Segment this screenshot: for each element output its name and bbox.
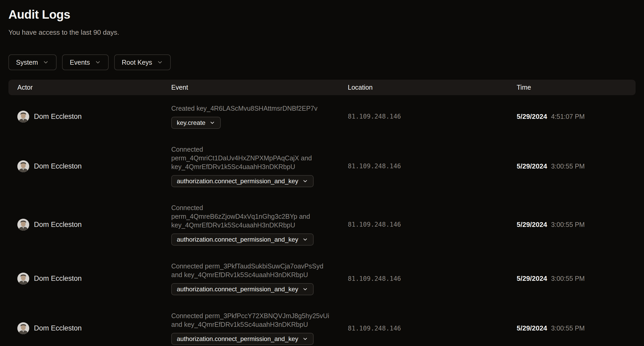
- event-type-badge[interactable]: authorization.connect_permission_and_key: [171, 233, 314, 246]
- time-date: 5/29/2024: [517, 162, 547, 170]
- events-filter-button[interactable]: Events: [62, 54, 108, 70]
- chevron-down-icon: [302, 178, 308, 184]
- time-cell: 5/29/2024 3:00:55 PM: [517, 274, 636, 283]
- time-date: 5/29/2024: [517, 274, 547, 283]
- table-body: Dom Eccleston Created key_4R6LAScMvu8SHA…: [8, 95, 636, 346]
- event-type-label: key.create: [177, 119, 205, 126]
- event-type-label: authorization.connect_permission_and_key: [177, 236, 298, 243]
- event-cell: Created key_4R6LAScMvu8SHAttmsrDNBf2EP7v…: [171, 104, 348, 129]
- chevron-down-icon: [43, 59, 49, 65]
- time-cell: 5/29/2024 3:00:55 PM: [517, 324, 636, 332]
- system-filter-button[interactable]: System: [8, 54, 57, 70]
- event-type-badge[interactable]: authorization.connect_permission_and_key: [171, 333, 314, 345]
- actor-name: Dom Eccleston: [34, 162, 82, 170]
- time-clock: 3:00:55 PM: [551, 162, 585, 170]
- event-type-badge[interactable]: authorization.connect_permission_and_key: [171, 175, 314, 187]
- time-cell: 5/29/2024 3:00:55 PM: [517, 221, 636, 229]
- time-date: 5/29/2024: [517, 113, 547, 121]
- time-clock: 3:00:55 PM: [551, 275, 585, 282]
- time-clock: 4:51:07 PM: [551, 113, 585, 120]
- event-cell: Connected perm_3PkfPccY72XBNQVJmJ8g5hy25…: [171, 312, 348, 345]
- time-clock: 3:00:55 PM: [551, 324, 585, 332]
- root-keys-filter-button[interactable]: Root Keys: [114, 54, 171, 70]
- avatar: [17, 160, 29, 172]
- event-type-label: authorization.connect_permission_and_key: [177, 177, 298, 185]
- table-row: Dom Eccleston Connectedperm_4QmreB6zZjow…: [8, 195, 636, 254]
- event-cell: Connectedperm_4QmriCt1DaUv4HxZNPXMpPAqCa…: [171, 145, 348, 187]
- event-type-label: authorization.connect_permission_and_key: [177, 335, 298, 343]
- page-title: Audit Logs: [8, 7, 636, 22]
- table-row: Dom Eccleston Connected perm_3PkfTaudSuk…: [8, 254, 636, 303]
- location-value: 81.109.248.146: [348, 221, 517, 228]
- chevron-down-icon: [209, 120, 215, 126]
- audit-logs-page: Audit Logs You have access to the last 9…: [0, 0, 644, 346]
- location-value: 81.109.248.146: [348, 162, 517, 170]
- chevron-down-icon: [95, 59, 101, 65]
- event-description: Created key_4R6LAScMvu8SHAttmsrDNBf2EP7v: [171, 104, 318, 113]
- event-type-badge[interactable]: key.create: [171, 117, 221, 129]
- avatar: [17, 111, 29, 123]
- event-description: Connectedperm_4QmriCt1DaUv4HxZNPXMpPAqCa…: [171, 145, 312, 171]
- event-description: Connected perm_3PkfPccY72XBNQVJmJ8g5hy25…: [171, 312, 329, 329]
- event-cell: Connectedperm_4QmreB6zZjowD4xVq1nGhg3c2B…: [171, 203, 348, 246]
- event-cell: Connected perm_3PkfTaudSukbiSuwCja7oavPs…: [171, 262, 348, 295]
- column-header-actor: Actor: [17, 84, 171, 91]
- system-filter-label: System: [16, 59, 38, 66]
- actor-cell: Dom Eccleston: [17, 111, 171, 123]
- column-header-location: Location: [348, 84, 517, 91]
- actor-cell: Dom Eccleston: [17, 160, 171, 172]
- avatar: [17, 322, 29, 334]
- actor-cell: Dom Eccleston: [17, 219, 171, 231]
- time-date: 5/29/2024: [517, 221, 547, 229]
- avatar: [17, 273, 29, 284]
- avatar: [17, 219, 29, 231]
- time-cell: 5/29/2024 3:00:55 PM: [517, 162, 636, 170]
- actor-cell: Dom Eccleston: [17, 322, 171, 334]
- location-value: 81.109.248.146: [348, 113, 517, 120]
- audit-log-table: Actor Event Location Time Dom Eccleston …: [8, 80, 636, 346]
- table-row: Dom Eccleston Connectedperm_4QmriCt1DaUv…: [8, 137, 636, 195]
- chevron-down-icon: [302, 286, 308, 292]
- event-type-label: authorization.connect_permission_and_key: [177, 286, 298, 293]
- actor-name: Dom Eccleston: [34, 221, 82, 229]
- actor-name: Dom Eccleston: [34, 113, 82, 121]
- table-row: Dom Eccleston Connected perm_3PkfPccY72X…: [8, 303, 636, 346]
- time-date: 5/29/2024: [517, 324, 547, 332]
- root-keys-filter-label: Root Keys: [122, 59, 152, 66]
- page-subtitle: You have access to the last 90 days.: [8, 28, 636, 37]
- column-header-event: Event: [171, 84, 348, 91]
- location-value: 81.109.248.146: [348, 275, 517, 282]
- event-type-badge[interactable]: authorization.connect_permission_and_key: [171, 283, 314, 295]
- location-value: 81.109.248.146: [348, 325, 517, 332]
- chevron-down-icon: [302, 237, 308, 242]
- actor-cell: Dom Eccleston: [17, 273, 171, 284]
- time-clock: 3:00:55 PM: [551, 221, 585, 228]
- events-filter-label: Events: [70, 59, 90, 66]
- actor-name: Dom Eccleston: [34, 324, 82, 332]
- event-description: Connected perm_3PkfTaudSukbiSuwCja7oavPs…: [171, 262, 323, 279]
- chevron-down-icon: [157, 59, 163, 65]
- chevron-down-icon: [302, 336, 308, 342]
- table-row: Dom Eccleston Created key_4R6LAScMvu8SHA…: [8, 95, 636, 137]
- time-cell: 5/29/2024 4:51:07 PM: [517, 113, 636, 121]
- event-description: Connectedperm_4QmreB6zZjowD4xVq1nGhg3c2B…: [171, 203, 310, 230]
- column-header-time: Time: [517, 84, 636, 91]
- actor-name: Dom Eccleston: [34, 274, 82, 283]
- table-header: Actor Event Location Time: [8, 80, 636, 95]
- filter-bar: System Events Root Keys: [8, 54, 636, 70]
